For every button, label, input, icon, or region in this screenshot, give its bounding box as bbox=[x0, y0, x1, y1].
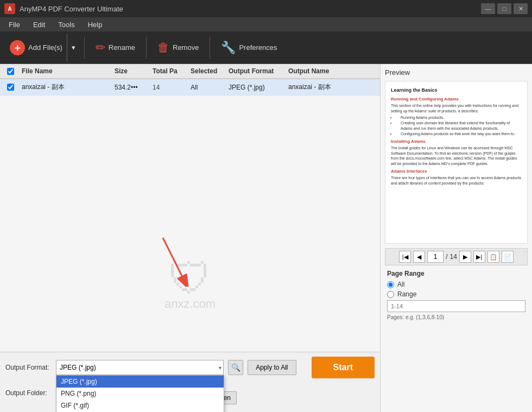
table-body: anxaizai - 副本 534.2••• 14 All JPEG (*.jp… bbox=[0, 79, 380, 215]
preview-section2-body: The install guides for Linux and Windows… bbox=[391, 145, 522, 167]
range-input[interactable] bbox=[387, 300, 525, 312]
watermark-text: anxz.com bbox=[164, 297, 216, 311]
menu-edit[interactable]: Edit bbox=[27, 17, 52, 31]
magnify-button[interactable]: 🔍 bbox=[228, 360, 243, 375]
page-range-section: Page Range All Range Pages: e.g. (1,3,6,… bbox=[385, 270, 528, 320]
row-format: JPEG (*.jpg) bbox=[225, 84, 285, 91]
row-size: 534.2••• bbox=[111, 84, 149, 91]
row-select-checkbox[interactable] bbox=[7, 84, 14, 91]
page-total: / bbox=[446, 253, 447, 261]
last-page-button[interactable]: ▶| bbox=[473, 251, 485, 263]
app-icon: A bbox=[4, 3, 15, 14]
app-title: AnyMP4 PDF Converter Ultimate bbox=[20, 5, 481, 13]
remove-button[interactable]: 🗑 Remove bbox=[151, 34, 205, 61]
prev-page-button[interactable]: ◀ bbox=[413, 251, 425, 263]
range-label: Range bbox=[397, 290, 416, 298]
th-selected: Selected bbox=[187, 67, 225, 75]
close-button[interactable]: ✕ bbox=[514, 3, 528, 14]
dropdown-item-jpeg[interactable]: JPEG (*.jpg) bbox=[56, 376, 224, 388]
th-output-name: Output Name bbox=[285, 67, 378, 75]
preferences-label: Preferences bbox=[239, 43, 277, 52]
row-selected: All bbox=[187, 84, 225, 91]
range-radio[interactable] bbox=[387, 291, 394, 298]
apply-to-all-button[interactable]: Apply to All bbox=[248, 360, 296, 375]
page-range-title: Page Range bbox=[387, 270, 525, 277]
th-size: Size bbox=[111, 67, 149, 75]
output-format-label: Output Format: bbox=[5, 364, 52, 371]
titlebar: A AnyMP4 PDF Converter Ultimate — □ ✕ bbox=[0, 0, 532, 17]
start-button[interactable]: Start bbox=[312, 357, 375, 378]
dropdown-item-png[interactable]: PNG (*.png) bbox=[56, 388, 224, 400]
select-all-checkbox[interactable] bbox=[7, 68, 14, 75]
total-pages-label: 14 bbox=[449, 253, 457, 261]
add-files-button-group: ＋ Add File(s) ▾ bbox=[5, 34, 80, 61]
output-format-row: Output Format: ▾ JPEG (*.jpg) PNG (*.png… bbox=[5, 357, 375, 378]
all-pages-radio[interactable] bbox=[387, 281, 394, 288]
output-folder-label: Output Folder: bbox=[5, 389, 52, 397]
page-number-input[interactable]: 1 bbox=[427, 251, 444, 263]
preview-section2-heading: Installing Adams bbox=[391, 138, 522, 144]
preview-bullet-2: Creating user-domain link libraries that… bbox=[396, 121, 522, 131]
format-select-wrapper: ▾ JPEG (*.jpg) PNG (*.png) GIF (*.gif) B… bbox=[56, 360, 224, 375]
menu-file[interactable]: File bbox=[2, 17, 27, 31]
preview-doc-heading: Learning the Basics bbox=[391, 87, 522, 94]
next-page-button[interactable]: ▶ bbox=[459, 251, 471, 263]
toolbar-separator-3 bbox=[210, 37, 210, 59]
menu-tools[interactable]: Tools bbox=[52, 17, 81, 31]
rename-label: Rename bbox=[109, 43, 135, 52]
watermark-icon: 🛡 bbox=[168, 253, 212, 303]
remove-label: Remove bbox=[173, 43, 199, 52]
th-total-pages: Total Pa bbox=[149, 67, 187, 75]
menubar: File Edit Tools Help bbox=[0, 17, 532, 31]
remove-icon: 🗑 bbox=[157, 41, 169, 55]
row-output-name: anxaizai - 副本 bbox=[285, 83, 378, 92]
rename-icon: ✏ bbox=[96, 41, 105, 55]
preferences-button[interactable]: 🔧 Preferences bbox=[214, 34, 283, 61]
all-pages-label: All bbox=[397, 281, 404, 288]
add-files-button[interactable]: ＋ Add File(s) bbox=[5, 34, 67, 61]
page-navigation: |◀ ◀ 1 / 14 ▶ ▶| 📋 📄 bbox=[385, 248, 528, 265]
row-total-pages: 14 bbox=[149, 84, 187, 91]
toolbar-separator-1 bbox=[84, 37, 85, 59]
format-select-input[interactable] bbox=[56, 360, 224, 375]
preview-bullet-3: Configuring Adams products so that work … bbox=[396, 131, 522, 137]
bottom-controls: Output Format: ▾ JPEG (*.jpg) PNG (*.png… bbox=[0, 352, 380, 412]
preview-bullet-1: Running Adams products. bbox=[396, 115, 522, 121]
table-header: File Name Size Total Pa Selected Output … bbox=[0, 64, 380, 79]
preview-title: Preview bbox=[385, 68, 528, 77]
th-checkbox bbox=[2, 68, 18, 75]
dropdown-item-gif[interactable]: GIF (*.gif) bbox=[56, 400, 224, 411]
copy-button[interactable]: 📋 bbox=[487, 251, 499, 263]
preview-doc-subheading: Running and Configuring Adams bbox=[391, 96, 522, 102]
add-files-dropdown-button[interactable]: ▾ bbox=[67, 34, 80, 61]
format-dropdown: JPEG (*.jpg) PNG (*.png) GIF (*.gif) BMP… bbox=[56, 375, 224, 412]
row-filename: anxaizai - 副本 bbox=[18, 83, 111, 92]
watermark-area: 🛡 anxz.com bbox=[0, 215, 380, 352]
th-output-format: Output Format bbox=[225, 67, 285, 75]
paste-button[interactable]: 📄 bbox=[502, 251, 514, 263]
rename-button[interactable]: ✏ Rename bbox=[89, 34, 142, 61]
all-pages-option: All bbox=[387, 281, 525, 288]
preview-document: Learning the Basics Running and Configur… bbox=[385, 81, 527, 192]
range-option: Range bbox=[387, 290, 525, 298]
preview-section3-heading: Adams Interfaces bbox=[391, 168, 522, 174]
row-checkbox bbox=[2, 84, 18, 91]
range-hint: Pages: e.g. (1,3,6,8-10) bbox=[387, 314, 525, 320]
add-files-label: Add File(s) bbox=[28, 43, 62, 52]
menu-help[interactable]: Help bbox=[81, 17, 109, 31]
table-row[interactable]: anxaizai - 副本 534.2••• 14 All JPEG (*.jp… bbox=[0, 79, 380, 96]
preview-section3-body: There are four types of interfaces that … bbox=[391, 175, 522, 186]
toolbar: ＋ Add File(s) ▾ ✏ Rename 🗑 Remove 🔧 Pref… bbox=[0, 31, 532, 64]
preview-image-area: Learning the Basics Running and Configur… bbox=[385, 81, 528, 244]
maximize-button[interactable]: □ bbox=[497, 3, 511, 14]
preview-doc-body: This section of the online help provides… bbox=[391, 103, 522, 114]
minimize-button[interactable]: — bbox=[481, 3, 495, 14]
first-page-button[interactable]: |◀ bbox=[399, 251, 411, 263]
app-icon-letter: A bbox=[8, 6, 11, 12]
window-controls: — □ ✕ bbox=[481, 3, 528, 14]
th-filename: File Name bbox=[18, 67, 111, 75]
add-icon: ＋ bbox=[10, 40, 25, 55]
preview-panel: Preview Learning the Basics Running and … bbox=[380, 64, 532, 412]
toolbar-separator-2 bbox=[146, 37, 147, 59]
main-area: File Name Size Total Pa Selected Output … bbox=[0, 64, 532, 412]
